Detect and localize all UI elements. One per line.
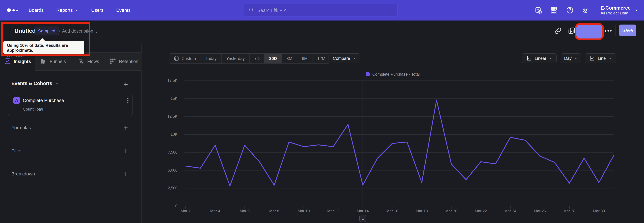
add-breakdown-button[interactable]: +	[122, 170, 130, 178]
help-icon[interactable]	[566, 6, 574, 14]
event-row-complete-purchase[interactable]: A Complete Purchase Count Total	[8, 94, 133, 116]
range-custom[interactable]: Custom	[169, 54, 200, 63]
mixpanel-logo-icon[interactable]	[7, 9, 18, 12]
chevron-down-icon	[608, 57, 612, 60]
event-options-kebab-icon[interactable]	[124, 97, 132, 104]
learn-more-link[interactable]: Learn More	[7, 54, 27, 58]
sampled-badge[interactable]: Sampled	[34, 27, 59, 35]
x-axis-label: Mar 10	[292, 209, 316, 213]
x-axis-label: Mar 30	[587, 209, 611, 213]
linear-axis-icon	[526, 55, 532, 61]
chevron-down-icon	[574, 57, 578, 60]
flows-icon	[78, 58, 84, 65]
search-input[interactable]: Search ⌘ + K	[244, 4, 398, 17]
x-axis-label: Mar 8	[262, 209, 286, 213]
project-name: E-Commerce	[600, 5, 630, 11]
x-axis-label: Mar 24	[498, 209, 522, 213]
chevron-down-icon	[353, 57, 356, 60]
events-cohorts-heading[interactable]: Events & Cohorts	[12, 81, 58, 86]
range-12m[interactable]: 12M	[312, 54, 330, 63]
retention-icon	[110, 58, 116, 65]
range-7d[interactable]: 7D	[250, 54, 264, 63]
x-axis-label: Mar 18	[410, 209, 434, 213]
insights-icon	[4, 58, 11, 65]
lightning-bolt-icon	[588, 27, 596, 35]
copy-link-icon[interactable]	[554, 27, 562, 35]
series-letter-badge: A	[13, 97, 20, 104]
chevron-down-icon	[55, 82, 58, 85]
more-options-button[interactable]	[604, 27, 612, 35]
granularity-selector[interactable]: Day	[561, 53, 581, 63]
nav-item-events[interactable]: Events	[116, 8, 131, 13]
toolbar-divider	[615, 25, 616, 36]
add-to-board-icon[interactable]	[568, 27, 576, 35]
x-axis-label: Mar 12	[322, 209, 345, 213]
mixpanel-insights-app: BoardsReportsUsersEvents Search ⌘ + K E-…	[0, 0, 644, 223]
top-nav: BoardsReportsUsersEvents Search ⌘ + K E-…	[0, 0, 644, 21]
add-filter-button[interactable]: +	[122, 147, 130, 155]
x-axis-label: Mar 20	[440, 209, 463, 213]
date-range-group: CustomTodayYesterday7D30D3M6M12M	[169, 53, 330, 64]
x-axis-label: Mar 4	[204, 209, 227, 213]
tab-label: Flows	[87, 59, 99, 64]
range-today[interactable]: Today	[200, 54, 221, 63]
range-6m[interactable]: 6M	[297, 54, 312, 63]
y-axis-label: 12.5K	[144, 114, 178, 119]
add-description[interactable]: + Add description...	[58, 29, 97, 34]
y-axis-label: 7,500	[144, 150, 178, 155]
nav-item-users[interactable]: Users	[91, 8, 104, 13]
range-30d[interactable]: 30D	[264, 54, 282, 63]
tooltip-caret	[40, 38, 45, 41]
data-management-icon[interactable]	[534, 6, 542, 14]
legend-swatch	[366, 72, 370, 76]
report-title[interactable]: Untitled	[14, 28, 36, 34]
x-axis-label: Mar 2	[174, 209, 198, 213]
apps-grid-icon[interactable]	[550, 6, 558, 14]
search-placeholder: Search ⌘ + K	[257, 8, 286, 13]
chart-svg	[174, 76, 624, 211]
legend-label: Complete Purchase - Total	[372, 72, 420, 77]
compare-button[interactable]: Compare	[328, 53, 360, 63]
sampling-tooltip: Using 10% of data. Results are approxima…	[3, 41, 84, 54]
chevron-down-icon	[75, 9, 78, 12]
line-chart-icon	[589, 55, 595, 61]
nav-item-boards[interactable]: Boards	[29, 8, 44, 13]
event-metric[interactable]: Count Total	[23, 107, 43, 112]
primary-nav: BoardsReportsUsersEvents	[29, 8, 131, 13]
project-scope: All Project Data	[600, 11, 630, 16]
project-switcher[interactable]: E-Commerce All Project Data	[600, 5, 639, 16]
report-header-bar: Untitled Sampled + Add description... Sa…	[0, 21, 644, 44]
tab-retention[interactable]: Retention	[106, 53, 142, 71]
range-3m[interactable]: 3M	[282, 54, 297, 63]
add-formulas-button[interactable]: +	[122, 124, 130, 132]
scale-selector[interactable]: Linear	[522, 53, 556, 63]
series-line[interactable]	[186, 100, 614, 186]
x-axis-label: Mar 26	[528, 209, 552, 213]
section-label-formulas: Formulas	[12, 125, 31, 130]
calendar-icon	[174, 56, 179, 61]
section-label-filter: Filter	[12, 148, 22, 154]
chevron-down-icon	[634, 8, 639, 13]
x-axis-label: Mar 22	[469, 209, 492, 213]
x-axis-label: Mar 6	[233, 209, 256, 213]
save-button[interactable]: Save	[619, 25, 636, 36]
x-axis-label: Mar 28	[558, 209, 581, 213]
settings-gear-icon[interactable]	[582, 6, 590, 14]
y-axis-label: 2,500	[144, 186, 178, 190]
y-axis-label: 5,000	[144, 168, 178, 173]
x-axis-label: Mar 14	[351, 209, 374, 213]
event-name[interactable]: Complete Purchase	[23, 98, 64, 103]
nav-item-reports[interactable]: Reports	[56, 8, 78, 13]
chart-type-selector[interactable]: Line	[585, 53, 616, 63]
sampling-toggle[interactable]	[580, 26, 597, 35]
add-event-button[interactable]: +	[122, 80, 130, 88]
y-axis-label: 15K	[144, 96, 178, 101]
annotation-marker[interactable]: 1	[360, 214, 366, 222]
chevron-down-icon	[549, 57, 552, 60]
range-yesterday[interactable]: Yesterday	[221, 54, 250, 63]
tab-label: Retention	[119, 59, 138, 64]
legend-item[interactable]: Complete Purchase - Total	[366, 72, 420, 77]
tab-label: Insights	[14, 59, 31, 64]
y-axis-label: 17.5K	[144, 78, 178, 83]
tab-label: Funnels	[50, 59, 66, 64]
